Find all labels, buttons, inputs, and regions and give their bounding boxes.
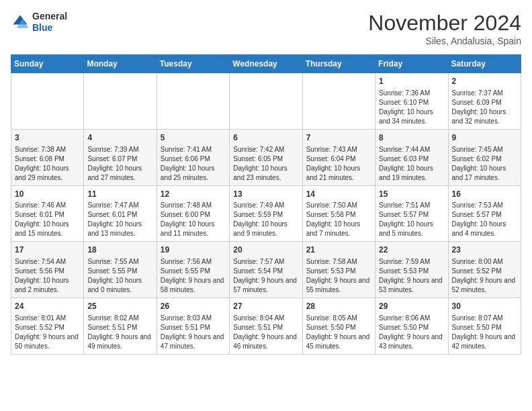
day-info: Sunrise: 7:55 AM Sunset: 5:55 PM Dayligh… xyxy=(87,257,152,295)
weekday-header: Saturday xyxy=(448,55,521,73)
day-number: 8 xyxy=(379,132,444,144)
calendar-cell: 4Sunrise: 7:39 AM Sunset: 6:07 PM Daylig… xyxy=(84,129,157,185)
day-number: 17 xyxy=(15,244,80,256)
calendar-cell: 17Sunrise: 7:54 AM Sunset: 5:56 PM Dayli… xyxy=(11,242,84,298)
weekday-header: Monday xyxy=(84,55,157,73)
calendar-cell: 5Sunrise: 7:41 AM Sunset: 6:06 PM Daylig… xyxy=(157,129,229,185)
calendar-cell: 27Sunrise: 8:04 AM Sunset: 5:51 PM Dayli… xyxy=(230,298,302,355)
day-info: Sunrise: 7:58 AM Sunset: 5:53 PM Dayligh… xyxy=(306,257,371,295)
day-info: Sunrise: 7:45 AM Sunset: 6:02 PM Dayligh… xyxy=(452,145,517,183)
weekday-header: Friday xyxy=(375,55,448,73)
day-info: Sunrise: 7:41 AM Sunset: 6:06 PM Dayligh… xyxy=(161,145,226,183)
calendar-table: SundayMondayTuesdayWednesdayThursdayFrid… xyxy=(11,54,521,355)
calendar-cell: 9Sunrise: 7:45 AM Sunset: 6:02 PM Daylig… xyxy=(448,129,521,185)
calendar-week-row: 10Sunrise: 7:46 AM Sunset: 6:01 PM Dayli… xyxy=(11,185,521,242)
day-info: Sunrise: 8:07 AM Sunset: 5:50 PM Dayligh… xyxy=(452,314,517,351)
logo-line2: Blue xyxy=(32,22,67,34)
day-number: 21 xyxy=(306,244,371,256)
day-info: Sunrise: 7:51 AM Sunset: 5:57 PM Dayligh… xyxy=(379,201,444,238)
day-number: 28 xyxy=(306,301,371,312)
day-number: 9 xyxy=(452,132,517,144)
day-number: 29 xyxy=(379,301,444,312)
day-info: Sunrise: 8:01 AM Sunset: 5:52 PM Dayligh… xyxy=(15,314,80,351)
day-number: 5 xyxy=(161,132,226,144)
calendar-cell xyxy=(302,73,375,130)
day-number: 13 xyxy=(233,189,298,200)
day-number: 22 xyxy=(379,244,444,256)
day-number: 7 xyxy=(306,132,371,144)
calendar-cell: 15Sunrise: 7:51 AM Sunset: 5:57 PM Dayli… xyxy=(375,185,448,242)
day-number: 6 xyxy=(233,132,298,144)
calendar-header: SundayMondayTuesdayWednesdayThursdayFrid… xyxy=(11,55,521,73)
day-info: Sunrise: 7:50 AM Sunset: 5:58 PM Dayligh… xyxy=(306,201,371,238)
day-info: Sunrise: 7:53 AM Sunset: 5:57 PM Dayligh… xyxy=(452,201,517,238)
day-info: Sunrise: 7:36 AM Sunset: 6:10 PM Dayligh… xyxy=(379,89,444,126)
weekday-header: Sunday xyxy=(11,55,84,73)
day-info: Sunrise: 7:49 AM Sunset: 5:59 PM Dayligh… xyxy=(233,201,298,238)
calendar-cell: 14Sunrise: 7:50 AM Sunset: 5:58 PM Dayli… xyxy=(302,185,375,242)
weekday-row: SundayMondayTuesdayWednesdayThursdayFrid… xyxy=(11,55,521,73)
day-info: Sunrise: 8:00 AM Sunset: 5:52 PM Dayligh… xyxy=(452,257,517,295)
calendar-cell: 23Sunrise: 8:00 AM Sunset: 5:52 PM Dayli… xyxy=(448,242,521,298)
calendar-cell xyxy=(84,73,157,130)
day-info: Sunrise: 7:59 AM Sunset: 5:53 PM Dayligh… xyxy=(379,257,444,295)
calendar-cell: 26Sunrise: 8:03 AM Sunset: 5:51 PM Dayli… xyxy=(157,298,229,355)
weekday-header: Tuesday xyxy=(157,55,229,73)
calendar-cell xyxy=(230,73,302,130)
calendar-week-row: 17Sunrise: 7:54 AM Sunset: 5:56 PM Dayli… xyxy=(11,242,521,298)
calendar-title: November 2024 xyxy=(368,11,521,36)
weekday-header: Wednesday xyxy=(230,55,302,73)
calendar-cell: 2Sunrise: 7:37 AM Sunset: 6:09 PM Daylig… xyxy=(448,73,521,130)
day-info: Sunrise: 7:38 AM Sunset: 6:08 PM Dayligh… xyxy=(15,145,80,183)
day-number: 2 xyxy=(452,76,517,87)
day-number: 25 xyxy=(87,301,152,312)
day-number: 12 xyxy=(161,189,226,200)
day-number: 24 xyxy=(15,301,80,312)
calendar-cell xyxy=(11,73,84,130)
day-number: 1 xyxy=(379,76,444,87)
day-info: Sunrise: 7:54 AM Sunset: 5:56 PM Dayligh… xyxy=(15,257,80,295)
day-number: 18 xyxy=(87,244,152,256)
day-number: 23 xyxy=(452,244,517,256)
calendar-body: 1Sunrise: 7:36 AM Sunset: 6:10 PM Daylig… xyxy=(11,73,521,355)
calendar-cell: 29Sunrise: 8:06 AM Sunset: 5:50 PM Dayli… xyxy=(375,298,448,355)
day-info: Sunrise: 7:56 AM Sunset: 5:55 PM Dayligh… xyxy=(161,257,226,295)
day-number: 27 xyxy=(233,301,298,312)
calendar-cell: 19Sunrise: 7:56 AM Sunset: 5:55 PM Dayli… xyxy=(157,242,229,298)
day-number: 15 xyxy=(379,189,444,200)
calendar-cell xyxy=(157,73,229,130)
calendar-cell: 30Sunrise: 8:07 AM Sunset: 5:50 PM Dayli… xyxy=(448,298,521,355)
calendar-cell: 28Sunrise: 8:05 AM Sunset: 5:50 PM Dayli… xyxy=(302,298,375,355)
day-info: Sunrise: 7:46 AM Sunset: 6:01 PM Dayligh… xyxy=(15,201,80,238)
day-info: Sunrise: 7:43 AM Sunset: 6:04 PM Dayligh… xyxy=(306,145,371,183)
day-info: Sunrise: 8:03 AM Sunset: 5:51 PM Dayligh… xyxy=(161,314,226,351)
day-info: Sunrise: 7:42 AM Sunset: 6:05 PM Dayligh… xyxy=(233,145,298,183)
day-info: Sunrise: 8:04 AM Sunset: 5:51 PM Dayligh… xyxy=(233,314,298,351)
day-number: 11 xyxy=(87,189,152,200)
calendar-cell: 18Sunrise: 7:55 AM Sunset: 5:55 PM Dayli… xyxy=(84,242,157,298)
day-info: Sunrise: 8:06 AM Sunset: 5:50 PM Dayligh… xyxy=(379,314,444,351)
logo-text: General Blue xyxy=(32,11,67,34)
day-info: Sunrise: 7:48 AM Sunset: 6:00 PM Dayligh… xyxy=(161,201,226,238)
day-info: Sunrise: 7:39 AM Sunset: 6:07 PM Dayligh… xyxy=(87,145,152,183)
calendar-subtitle: Siles, Andalusia, Spain xyxy=(368,36,521,46)
calendar-cell: 6Sunrise: 7:42 AM Sunset: 6:05 PM Daylig… xyxy=(230,129,302,185)
day-number: 10 xyxy=(15,189,80,200)
day-info: Sunrise: 7:47 AM Sunset: 6:01 PM Dayligh… xyxy=(87,201,152,238)
day-number: 4 xyxy=(87,132,152,144)
calendar-cell: 8Sunrise: 7:44 AM Sunset: 6:03 PM Daylig… xyxy=(375,129,448,185)
day-info: Sunrise: 8:02 AM Sunset: 5:51 PM Dayligh… xyxy=(87,314,152,351)
calendar-cell: 16Sunrise: 7:53 AM Sunset: 5:57 PM Dayli… xyxy=(448,185,521,242)
calendar-cell: 11Sunrise: 7:47 AM Sunset: 6:01 PM Dayli… xyxy=(84,185,157,242)
day-info: Sunrise: 7:44 AM Sunset: 6:03 PM Dayligh… xyxy=(379,145,444,183)
logo-icon xyxy=(11,13,30,32)
day-info: Sunrise: 7:57 AM Sunset: 5:54 PM Dayligh… xyxy=(233,257,298,295)
logo-line1: General xyxy=(32,11,67,22)
calendar-cell: 21Sunrise: 7:58 AM Sunset: 5:53 PM Dayli… xyxy=(302,242,375,298)
page-header: General Blue November 2024 Siles, Andalu… xyxy=(11,11,521,46)
title-block: November 2024 Siles, Andalusia, Spain xyxy=(368,11,521,46)
calendar-cell: 10Sunrise: 7:46 AM Sunset: 6:01 PM Dayli… xyxy=(11,185,84,242)
day-number: 3 xyxy=(15,132,80,144)
day-number: 26 xyxy=(161,301,226,312)
calendar-cell: 1Sunrise: 7:36 AM Sunset: 6:10 PM Daylig… xyxy=(375,73,448,130)
